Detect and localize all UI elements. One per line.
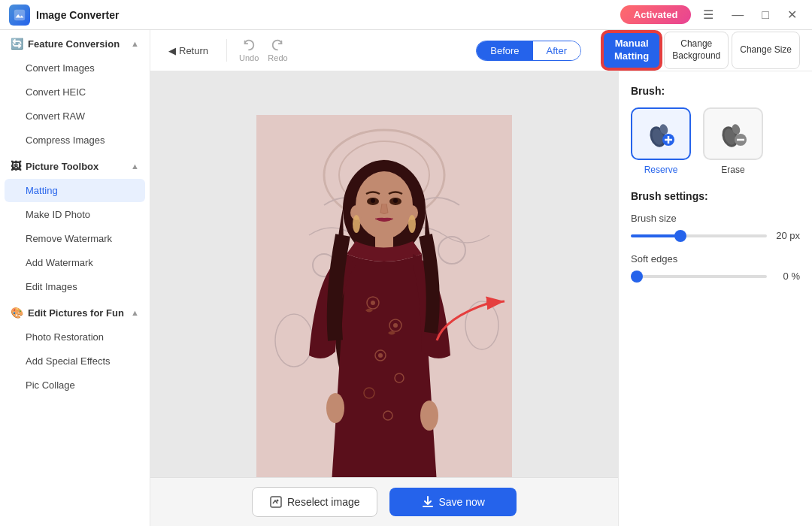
return-button[interactable]: ◀ Return: [162, 42, 214, 59]
right-panel: Brush:: [618, 71, 812, 526]
sidebar-item-remove-watermark[interactable]: Remove Watermark: [5, 227, 145, 250]
svg-rect-0: [14, 9, 25, 20]
image-container: [256, 115, 512, 483]
soft-edges-slider-row: 0 %: [631, 271, 800, 282]
sidebar-item-convert-images[interactable]: Convert Images: [5, 56, 145, 80]
change-size-button[interactable]: Change Size: [732, 32, 800, 69]
return-label: Return: [179, 45, 208, 56]
sidebar-item-add-watermark[interactable]: Add Watermark: [5, 251, 145, 274]
feature-conversion-icon: 🔄: [11, 38, 23, 50]
erase-brush-option[interactable]: Erase: [703, 107, 763, 175]
undo-redo-group: Undo Redo: [239, 38, 288, 62]
change-background-button[interactable]: ChangeBackground: [664, 32, 729, 69]
soft-edges-label: Soft edges: [631, 253, 800, 265]
erase-brush-icon: [715, 116, 751, 152]
work-area: Reselect image Save now Brush:: [150, 71, 812, 526]
sidebar-section-picture-toolbox[interactable]: 🖼 Picture Toolbox ▲: [0, 153, 150, 178]
soft-edges-row: Soft edges 0 %: [631, 253, 800, 282]
image-panel: Reselect image Save now: [150, 71, 618, 526]
minimize-button[interactable]: —: [726, 5, 750, 25]
activated-button[interactable]: Activated: [620, 5, 692, 24]
chevron-icon-2: ▲: [131, 162, 139, 171]
picture-toolbox-label: Picture Toolbox: [26, 161, 98, 172]
erase-label: Erase: [721, 165, 744, 175]
matting-label: Matting: [614, 50, 649, 62]
manual-label: Manual: [615, 38, 649, 49]
close-button[interactable]: ✕: [781, 5, 803, 25]
action-buttons: Manual Matting ChangeBackground Change S…: [602, 32, 800, 69]
sidebar-item-photo-restoration[interactable]: Photo Restoration: [5, 325, 145, 349]
maximize-button[interactable]: □: [756, 5, 775, 25]
edit-for-fun-icon: 🎨: [11, 307, 23, 319]
erase-brush-box: [703, 107, 763, 160]
svg-rect-35: [423, 506, 433, 507]
manual-matting-button[interactable]: Manual Matting: [602, 32, 661, 69]
undo-icon: [242, 38, 256, 52]
main-image-svg: [256, 115, 512, 483]
main-layout: 🔄 Feature Conversion ▲ Convert Images Co…: [0, 30, 812, 526]
svg-point-34: [277, 500, 279, 502]
toolbar: ◀ Return Undo Redo Before After: [150, 30, 812, 71]
redo-label: Redo: [268, 53, 287, 62]
return-arrow-icon: ◀: [168, 45, 176, 56]
edit-for-fun-label: Edit Pictures for Fun: [28, 307, 124, 319]
brush-size-value: 20 px: [773, 230, 800, 241]
titlebar: Image Converter Activated ☰ — □ ✕: [0, 0, 812, 30]
save-now-button[interactable]: Save now: [389, 488, 517, 516]
feature-conversion-label: Feature Conversion: [28, 38, 120, 50]
brush-size-label: Brush size: [631, 213, 800, 224]
after-button[interactable]: After: [533, 41, 580, 60]
before-after-toggle: Before After: [476, 41, 581, 61]
toolbar-separator: [226, 39, 227, 62]
reserve-brush-icon: [643, 116, 679, 152]
brush-size-slider[interactable]: [631, 234, 767, 237]
app-title: Image Converter: [36, 9, 119, 21]
sidebar-item-compress-images[interactable]: Compress Images: [5, 128, 145, 152]
redo-button[interactable]: Redo: [268, 38, 287, 62]
soft-edges-value: 0 %: [773, 271, 800, 282]
reselect-icon: [269, 495, 283, 509]
sidebar-section-feature-conversion[interactable]: 🔄 Feature Conversion ▲: [0, 30, 150, 56]
picture-toolbox-icon: 🖼: [11, 160, 21, 172]
sidebar-item-convert-heic[interactable]: Convert HEIC: [5, 80, 145, 104]
content-area: ◀ Return Undo Redo Before After: [150, 30, 812, 526]
redo-icon: [271, 38, 284, 52]
reserve-label: Reserve: [644, 165, 678, 175]
reserve-brush-box: [631, 107, 691, 160]
titlebar-left: Image Converter: [9, 5, 119, 26]
soft-edges-slider[interactable]: [631, 275, 767, 278]
chevron-icon-3: ▲: [131, 308, 139, 317]
before-button[interactable]: Before: [477, 41, 532, 60]
brush-size-row: Brush size 20 px: [631, 213, 800, 241]
sidebar-item-add-special-effects[interactable]: Add Special Effects: [5, 349, 145, 373]
brush-options: Reserve: [631, 107, 800, 175]
app-icon: [9, 5, 30, 26]
reserve-brush-option[interactable]: Reserve: [631, 107, 691, 175]
titlebar-right: Activated ☰ — □ ✕: [620, 5, 803, 25]
sidebar-item-pic-collage[interactable]: Pic Collage: [5, 373, 145, 397]
sidebar: 🔄 Feature Conversion ▲ Convert Images Co…: [0, 30, 150, 526]
sidebar-section-edit-for-fun[interactable]: 🎨 Edit Pictures for Fun ▲: [0, 299, 150, 325]
brush-settings-title: Brush settings:: [631, 190, 800, 202]
sidebar-item-matting[interactable]: Matting: [5, 179, 145, 202]
undo-button[interactable]: Undo: [239, 38, 259, 62]
sidebar-item-convert-raw[interactable]: Convert RAW: [5, 104, 145, 128]
reselect-label: Reselect image: [287, 496, 360, 508]
sidebar-item-edit-images[interactable]: Edit Images: [5, 275, 145, 298]
chevron-icon-1: ▲: [131, 39, 139, 48]
menu-button[interactable]: ☰: [697, 5, 720, 25]
save-label: Save now: [439, 496, 485, 508]
bottom-bar: Reselect image Save now: [150, 477, 618, 526]
svg-rect-31: [256, 115, 512, 483]
brush-section-title: Brush:: [631, 85, 800, 97]
save-icon: [421, 495, 435, 509]
reselect-image-button[interactable]: Reselect image: [252, 487, 377, 517]
brush-size-slider-row: 20 px: [631, 230, 800, 241]
sidebar-item-make-id-photo[interactable]: Make ID Photo: [5, 203, 145, 226]
undo-label: Undo: [239, 53, 259, 62]
